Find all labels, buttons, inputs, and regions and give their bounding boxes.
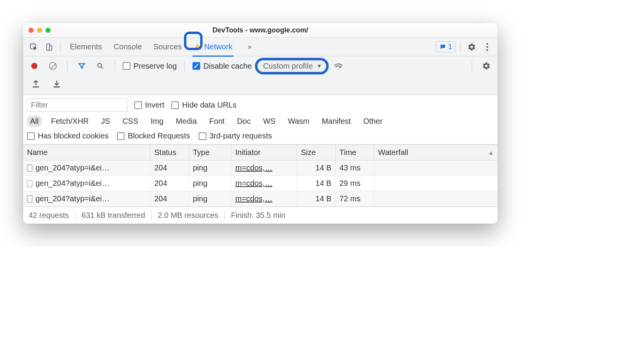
cell-time: 72 ms (336, 191, 374, 206)
blocked-requests-label: Blocked Requests (128, 131, 190, 140)
disable-cache-checkbox[interactable]: ✓ Disable cache (192, 62, 252, 71)
third-party-checkbox[interactable]: 3rd-party requests (199, 131, 272, 140)
status-requests: 42 requests (29, 211, 76, 220)
throttling-select[interactable]: Custom profile ▼ (257, 60, 326, 72)
chevron-down-icon: ▼ (317, 63, 322, 69)
window-title: DevTools - www.google.com/ (23, 26, 498, 34)
type-chip-media[interactable]: Media (173, 116, 200, 127)
checkbox-icon (171, 101, 179, 109)
svg-point-8 (98, 63, 101, 67)
blocked-cookies-label: Has blocked cookies (38, 131, 108, 140)
cell-type: ping (189, 191, 231, 206)
third-party-label: 3rd-party requests (209, 131, 272, 140)
svg-rect-2 (49, 46, 52, 50)
cell-size: 14 B (297, 160, 336, 175)
import-har-icon[interactable] (50, 77, 63, 90)
col-time[interactable]: Time (336, 145, 374, 160)
type-chip-manifest[interactable]: Manifest (319, 116, 354, 127)
invert-label: Invert (145, 101, 164, 110)
file-icon (27, 165, 32, 172)
devtools-window: DevTools - www.google.com/ Elements Cons… (23, 23, 498, 224)
svg-point-6 (486, 46, 488, 48)
preserve-log-label: Preserve log (133, 62, 177, 71)
type-chip-doc[interactable]: Doc (234, 116, 254, 127)
blocked-cookies-checkbox[interactable]: Has blocked cookies (27, 131, 108, 140)
col-waterfall[interactable]: Waterfall ▲ (374, 145, 498, 160)
table-row[interactable]: gen_204?atyp=i&ei…204pingm=cdos,…14 B43 … (23, 160, 498, 176)
file-icon (27, 180, 32, 187)
preserve-log-checkbox[interactable]: Preserve log (123, 62, 177, 71)
type-chip-other[interactable]: Other (360, 116, 386, 127)
network-settings-icon[interactable] (480, 59, 493, 72)
record-icon (31, 63, 37, 69)
separator (60, 42, 61, 52)
panel-tabs: Elements Console Sources Network » (69, 38, 252, 56)
separator (184, 61, 185, 71)
cell-name: gen_204?atyp=i&ei… (23, 160, 150, 175)
cell-name: gen_204?atyp=i&ei… (23, 191, 150, 206)
separator (472, 61, 472, 71)
checkbox-icon (27, 132, 35, 140)
search-icon[interactable] (94, 59, 107, 72)
more-tabs-icon[interactable]: » (248, 43, 252, 51)
table-row[interactable]: gen_204?atyp=i&ei…204pingm=cdos,…14 B29 … (23, 176, 498, 191)
type-chip-fetchxhr[interactable]: Fetch/XHR (48, 116, 92, 127)
cell-waterfall (374, 165, 498, 171)
type-chip-ws[interactable]: WS (260, 116, 279, 127)
tab-network-label: Network (204, 42, 232, 51)
sort-indicator-icon: ▲ (488, 149, 494, 156)
inspect-element-icon[interactable] (27, 40, 40, 54)
network-conditions-icon[interactable] (332, 59, 345, 72)
col-status[interactable]: Status (150, 145, 189, 160)
record-button[interactable] (28, 59, 41, 72)
filter-toggle-icon[interactable] (75, 59, 88, 72)
export-har-icon[interactable] (29, 77, 42, 90)
type-chip-img[interactable]: Img (148, 116, 167, 127)
blocked-requests-checkbox[interactable]: Blocked Requests (117, 131, 190, 140)
clear-button[interactable] (46, 59, 59, 72)
cell-initiator[interactable]: m=cdos,… (231, 176, 297, 191)
tab-elements[interactable]: Elements (69, 38, 103, 56)
status-transferred: 631 kB transferred (76, 211, 152, 220)
cell-size: 14 B (297, 191, 336, 206)
table-row[interactable]: gen_204?atyp=i&ei…204pingm=cdos,…14 B72 … (23, 191, 498, 207)
cell-time: 29 ms (336, 176, 374, 191)
tab-sources[interactable]: Sources (153, 38, 182, 56)
col-size[interactable]: Size (297, 145, 336, 160)
file-icon (27, 195, 32, 202)
tab-network[interactable]: Network (192, 38, 233, 56)
issues-button[interactable]: 1 (436, 41, 456, 52)
col-initiator[interactable]: Initiator (231, 145, 297, 160)
col-type[interactable]: Type (189, 145, 231, 160)
type-chip-js[interactable]: JS (98, 116, 113, 127)
separator (67, 61, 68, 71)
clear-icon (49, 62, 57, 70)
main-tabstrip: Elements Console Sources Network » 1 (23, 38, 498, 56)
disable-cache-label: Disable cache (203, 62, 252, 71)
highlight-annotation (184, 32, 203, 50)
settings-icon[interactable] (465, 40, 478, 54)
cell-status: 204 (150, 176, 189, 191)
cell-initiator[interactable]: m=cdos,… (231, 160, 297, 175)
kebab-menu-icon[interactable] (481, 40, 494, 54)
tab-console[interactable]: Console (113, 38, 142, 56)
invert-checkbox[interactable]: Invert (134, 101, 164, 110)
filter-input[interactable] (27, 98, 127, 112)
type-chip-css[interactable]: CSS (119, 116, 141, 127)
hide-data-urls-checkbox[interactable]: Hide data URLs (171, 101, 236, 110)
type-filter-chips: All Fetch/XHR JS CSS Img Media Font Doc … (27, 112, 494, 127)
device-toolbar-icon[interactable] (42, 40, 56, 54)
cell-initiator[interactable]: m=cdos,… (231, 191, 297, 206)
type-chip-font[interactable]: Font (206, 116, 228, 127)
type-chip-wasm[interactable]: Wasm (285, 116, 312, 127)
type-chip-all[interactable]: All (27, 116, 42, 127)
col-name[interactable]: Name (23, 145, 150, 160)
hide-data-urls-label: Hide data URLs (182, 101, 236, 110)
cell-size: 14 B (297, 176, 336, 191)
status-resources: 2.0 MB resources (152, 211, 225, 220)
cell-waterfall (374, 180, 498, 187)
status-finish: Finish: 35.5 min (225, 211, 292, 220)
requests-table: Name Status Type Initiator Size Time Wat… (23, 145, 498, 207)
cell-status: 204 (150, 191, 189, 206)
window-titlebar: DevTools - www.google.com/ (23, 23, 498, 38)
